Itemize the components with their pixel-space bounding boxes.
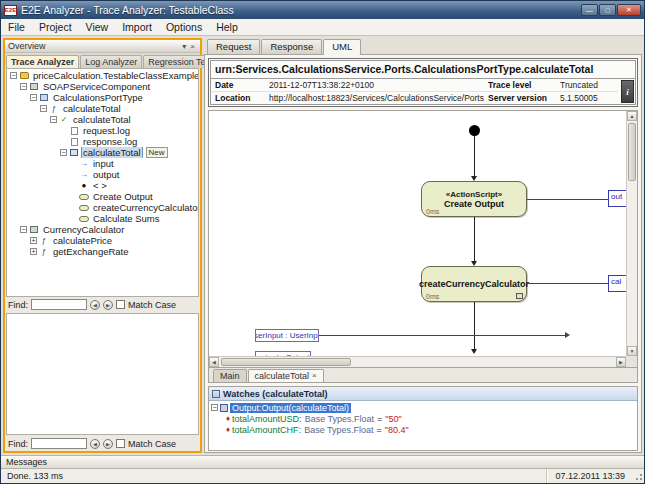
tree-item-label: priceCalculation.TestableClassExample.Te… — [31, 70, 198, 81]
initial-node-icon[interactable] — [469, 125, 480, 136]
close-button[interactable]: ✕ — [617, 4, 641, 16]
trace-level-label: Trace level — [488, 80, 556, 90]
watch-item-totalamountusd[interactable]: ♦totalAmountUSD:Base Types.Float="50" — [225, 413, 635, 424]
collapse-icon[interactable]: − — [10, 72, 17, 79]
vertical-scrollbar[interactable]: ▲ ▼ — [626, 111, 637, 356]
input-icon: → — [79, 159, 89, 168]
object-flow-edge — [319, 335, 565, 336]
info-button[interactable]: i — [621, 80, 634, 103]
diagram-tab-main[interactable]: Main — [213, 369, 247, 382]
find-next-button[interactable]: ▶ — [103, 439, 113, 449]
tree-item-calculate-sums[interactable]: Calculate Sums — [7, 213, 198, 224]
action-node-create-currency-calculator[interactable]: createCurrencyCalculator 0ms — [421, 266, 527, 302]
tab-request[interactable]: Request — [207, 39, 260, 54]
tree-item-calculatetotal[interactable]: −ƒcalculateTotal — [7, 103, 198, 114]
action-stereotype: «ActionScript» — [446, 190, 502, 199]
messages-bar[interactable]: Messages — [1, 455, 644, 468]
tree-item-calculatetotal[interactable]: −✓calculateTotal — [7, 114, 198, 125]
tab-log-analyzer[interactable]: Log Analyzer — [80, 55, 142, 68]
panel-close-icon[interactable]: × — [188, 42, 197, 51]
vertical-scroll-track[interactable] — [627, 121, 637, 346]
tree-item-create-output[interactable]: Create Output — [7, 191, 198, 202]
uml-canvas[interactable]: «ActionScript» Create Output 0ms out cre… — [209, 111, 626, 356]
tree-item-input[interactable]: →input — [7, 158, 198, 169]
menu-item-view[interactable]: View — [79, 20, 116, 34]
tree-item-soapservicecomponent[interactable]: −SOAPServiceComponent — [7, 81, 198, 92]
find-label: Find: — [8, 439, 28, 449]
find-prev-button[interactable]: ◀ — [90, 300, 100, 310]
find-bar-bottom: Find: ◀ ▶ Match Case — [5, 436, 200, 451]
tab-trace-analyzer[interactable]: Trace Analyzer — [6, 55, 79, 68]
horizontal-scroll-thumb[interactable] — [221, 358, 351, 366]
trace-content: urn:Services.CalculationsService.Ports.C… — [204, 54, 642, 453]
scroll-up-icon[interactable]: ▲ — [627, 111, 637, 121]
object-node-userinput[interactable]: userInput : UserInput — [255, 329, 319, 342]
horizontal-scrollbar[interactable]: ◀ ▶ — [209, 356, 626, 367]
app-window: E2E E2E Analyzer - Trace Analyzer: Testa… — [0, 0, 645, 484]
status-message: Done. 133 ms — [1, 469, 547, 483]
match-case-checkbox[interactable] — [116, 439, 125, 448]
tree-item-output[interactable]: →output — [7, 169, 198, 180]
tree-item-response-log[interactable]: response.log — [7, 136, 198, 147]
titlebar[interactable]: E2E E2E Analyzer - Trace Analyzer: Testa… — [1, 1, 644, 19]
tree-item-pricecalculation-testableclassexample-testableclassexample[interactable]: −priceCalculation.TestableClassExample.T… — [7, 70, 198, 81]
scroll-left-icon[interactable]: ◀ — [209, 357, 219, 367]
diagram-tab-calculatetotal[interactable]: calculateTotal× — [248, 369, 324, 382]
watch-root-label: Output:Output(calculateTotal) — [230, 403, 351, 413]
tab-response[interactable]: Response — [261, 39, 322, 54]
collapse-icon[interactable]: − — [60, 149, 67, 156]
close-tab-icon[interactable]: × — [312, 372, 317, 380]
object-node-truncated-calc[interactable]: cal — [608, 275, 626, 292]
scroll-right-icon[interactable]: ▶ — [616, 357, 626, 367]
collapse-icon[interactable]: − — [40, 105, 47, 112]
minimize-button[interactable]: — — [581, 4, 598, 16]
find-input[interactable] — [31, 438, 87, 449]
object-node-truncated-output[interactable]: out — [608, 190, 626, 207]
collapse-icon[interactable]: − — [20, 83, 27, 90]
watch-item-totalamountchf[interactable]: ♦totalAmountCHF:Base Types.Float="80.4" — [225, 424, 635, 435]
scroll-down-icon[interactable]: ▼ — [627, 346, 637, 356]
tree-item-calculatetotal[interactable]: −calculateTotalNew — [7, 147, 198, 158]
watches-header: Watches (calculateTotal) — [209, 387, 637, 401]
tree-item-request-log[interactable]: request.log — [7, 125, 198, 136]
collapse-icon[interactable]: − — [20, 226, 27, 233]
tree-item-calculationsporttype[interactable]: −CalculationsPortType — [7, 92, 198, 103]
tree-item-label: < > — [91, 180, 109, 191]
tree-item-currencycalculator[interactable]: −CurrencyCalculator — [7, 224, 198, 235]
find-next-button[interactable]: ▶ — [103, 300, 113, 310]
object-node-output[interactable]: output : Output — [255, 351, 311, 356]
expand-icon[interactable]: + — [30, 248, 37, 255]
find-prev-button[interactable]: ◀ — [90, 439, 100, 449]
horizontal-scroll-track[interactable] — [219, 357, 616, 367]
maximize-button[interactable]: □ — [599, 4, 616, 16]
menu-item-options[interactable]: Options — [159, 20, 209, 34]
tree-item-createcurrencycalculator[interactable]: createCurrencyCalculator — [7, 202, 198, 213]
component-icon-shape — [30, 226, 38, 233]
menu-item-file[interactable]: File — [1, 20, 32, 34]
tab-uml[interactable]: UML — [323, 39, 361, 55]
tree-item-calculateprice[interactable]: +ƒcalculatePrice — [7, 235, 198, 246]
menu-item-import[interactable]: Import — [115, 20, 159, 34]
menu-item-help[interactable]: Help — [209, 20, 245, 34]
vertical-scroll-thumb[interactable] — [628, 123, 636, 181]
action-icon-shape — [79, 216, 89, 222]
action-node-create-output[interactable]: «ActionScript» Create Output 0ms — [421, 181, 527, 217]
resize-grip[interactable] — [633, 471, 643, 481]
menu-item-project[interactable]: Project — [32, 20, 79, 34]
collapse-icon[interactable]: − — [50, 116, 57, 123]
tree-item-item[interactable]: ●< > — [7, 180, 198, 191]
lower-tree-area[interactable] — [6, 313, 199, 435]
find-input[interactable] — [31, 299, 87, 310]
expand-icon[interactable]: + — [30, 237, 37, 244]
log-icon — [69, 127, 79, 135]
tree-item-getexchangerate[interactable]: +ƒgetExchangeRate — [7, 246, 198, 257]
watch-root-row[interactable]: −Output:Output(calculateTotal) — [211, 402, 635, 413]
action-icon-shape — [79, 194, 89, 200]
panel-pin-icon[interactable]: ▾ — [180, 42, 188, 51]
collapse-icon[interactable]: − — [211, 404, 218, 411]
tree-item-label: Calculate Sums — [91, 213, 162, 224]
arrowhead-icon — [565, 332, 570, 338]
collapse-icon[interactable]: − — [30, 94, 37, 101]
match-case-checkbox[interactable] — [116, 300, 125, 309]
tree-item-badge: New — [146, 147, 168, 158]
